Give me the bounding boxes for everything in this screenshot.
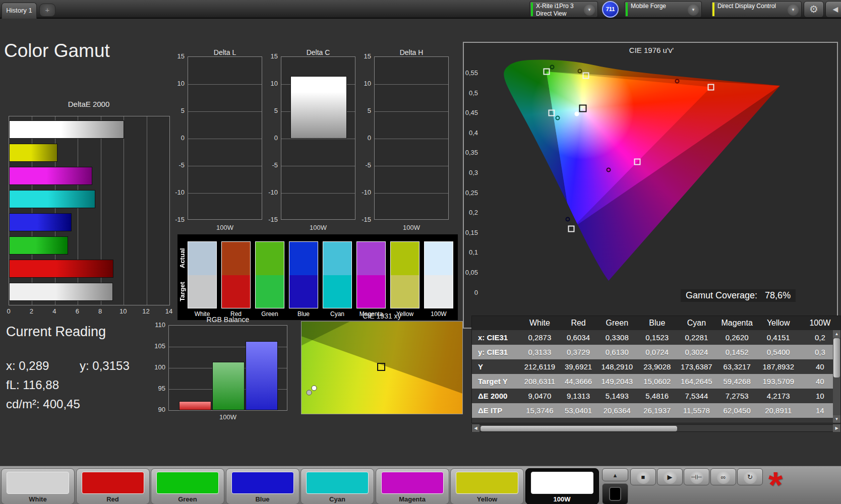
table-header: WhiteRedGreenBlueCyanMagentaYellow100W (472, 316, 840, 330)
deltae-x-tick: 6 (72, 307, 82, 315)
step-icon: ⊣⊢ (690, 471, 703, 484)
table-cell: 20,8911 (757, 403, 800, 418)
reading-cdm2: cd/m²: 400,45 (6, 397, 80, 411)
pattern-button-100w[interactable]: 100W (525, 468, 599, 504)
pattern-button-yellow[interactable]: Yellow (450, 468, 524, 504)
pattern-window-button[interactable] (602, 483, 628, 504)
cie-1931-title: CIE 1931 xy (301, 312, 463, 320)
delta-y-tick: 15 (353, 52, 371, 60)
horizontal-scroll-thumb[interactable] (480, 426, 677, 431)
settings-button[interactable]: ⚙ (804, 1, 824, 18)
scroll-down-icon[interactable]: ▼ (833, 415, 840, 423)
pattern-button-red[interactable]: Red (76, 468, 150, 504)
pattern-button-magenta[interactable]: Magenta (376, 468, 449, 504)
target-swatch (289, 275, 318, 308)
table-column-header: 100W (800, 316, 840, 330)
rgb-balance-chart (168, 325, 287, 411)
measurement-table: WhiteRedGreenBlueCyanMagentaYellow100W x… (471, 316, 841, 423)
pattern-button-cyan[interactable]: Cyan (301, 468, 374, 504)
table-cell: 5,1493 (596, 389, 638, 403)
meter-count-badge: 711 (602, 1, 619, 18)
pattern-color-chip (156, 472, 219, 494)
delta-chart-delta-c (281, 56, 355, 220)
pattern-button-label: Yellow (451, 495, 523, 503)
pattern-button-blue[interactable]: Blue (226, 468, 299, 504)
delta-bar (290, 76, 347, 139)
display-control-dropdown[interactable]: Direct Display Control ▼ (711, 1, 802, 18)
scroll-right-icon[interactable]: ▶ (833, 424, 840, 432)
refresh-button[interactable]: ↻ (737, 468, 763, 485)
green-target (543, 68, 550, 75)
deltae-x-tick: 12 (141, 307, 151, 315)
gridline (375, 111, 448, 112)
deltae-chart (9, 116, 170, 305)
pattern-button-label: Green (151, 495, 224, 503)
target-swatch (391, 275, 419, 308)
chevron-down-icon[interactable]: ▼ (788, 5, 799, 16)
delta-y-tick: 5 (353, 107, 371, 114)
table-column-header: Red (561, 316, 596, 330)
actual-swatch (357, 242, 385, 275)
cie76-y-tick: 0 (464, 289, 478, 296)
pattern-options-button[interactable]: ▲ (602, 468, 628, 481)
table-cell: 15,0602 (638, 374, 676, 389)
scroll-left-icon[interactable]: ◀ (472, 424, 479, 432)
cie76-y-tick: 0,2 (464, 209, 478, 216)
chromaticity-horseshoe (480, 57, 837, 304)
source-dropdown[interactable]: Mobile Forge ▼ (624, 1, 702, 18)
gridline (375, 84, 448, 85)
add-tab-button[interactable]: + (39, 4, 55, 17)
collapse-panel-button[interactable]: ◀ (825, 1, 841, 18)
gridline (124, 116, 124, 305)
scroll-up-icon[interactable]: ▲ (833, 330, 840, 338)
delta-y-tick: -10 (353, 188, 371, 196)
table-cell: 23,9028 (638, 359, 676, 374)
table-row: y: CIE310,31330,37290,61300,07240,30240,… (472, 345, 840, 359)
gridline (188, 193, 262, 194)
table-vertical-scrollbar[interactable]: ▲ ▼ (833, 330, 840, 423)
white-target (377, 363, 385, 371)
table-cell: 26,1937 (638, 403, 676, 418)
table-cell: 164,2645 (676, 374, 716, 389)
chevron-down-icon[interactable]: ▼ (688, 5, 699, 16)
table-column-header: Cyan (676, 316, 716, 330)
rgb-y-tick: 110 (148, 321, 165, 329)
actual-swatch (289, 242, 318, 275)
tab-history-1[interactable]: History 1 (2, 3, 37, 19)
continuous-button[interactable]: ∞ (710, 468, 736, 485)
pattern-button-green[interactable]: Green (151, 468, 224, 504)
swatch-white (188, 241, 217, 308)
deltae-chart-title: DeltaE 2000 (0, 100, 177, 108)
green-measured (550, 65, 555, 70)
chevron-down-icon[interactable]: ▼ (584, 5, 595, 16)
calibration-asterisk-icon[interactable]: * (768, 460, 783, 504)
stop-button[interactable]: ■ (630, 468, 656, 485)
play-button[interactable]: ▶ (657, 468, 683, 485)
actual-swatch (391, 242, 419, 275)
vertical-scroll-thumb[interactable] (833, 338, 840, 377)
deltae-bar-magenta (9, 167, 92, 185)
display-control-name: Direct Display Control (717, 3, 776, 10)
table-body: x: CIE310,28730,60340,33080,15230,22810,… (472, 330, 840, 418)
meter-dropdown[interactable]: X-Rite i1Pro 3 Direct View ▼ (529, 1, 598, 18)
refresh-icon: ↻ (744, 471, 757, 484)
swatch-cyan (323, 241, 352, 308)
deltae-x-tick: 10 (118, 307, 128, 315)
pattern-button-label: White (2, 495, 74, 503)
meter-status-strip (531, 3, 533, 16)
delta-y-tick: -15 (353, 216, 371, 223)
table-cell: 0,1452 (717, 345, 757, 359)
meter-mode: Direct View (536, 10, 566, 17)
table-cell: 39,6921 (561, 359, 596, 374)
pattern-button-white[interactable]: White (1, 468, 75, 504)
step-button[interactable]: ⊣⊢ (684, 468, 709, 485)
magenta-target (634, 158, 641, 165)
delta-y-tick: 0 (260, 134, 278, 142)
rgb-bar-green (212, 362, 245, 410)
table-cell: 193,5709 (757, 374, 800, 389)
table-row: Y212,611939,6921148,291023,9028173,63876… (472, 359, 840, 374)
magenta-measured (606, 167, 611, 172)
table-horizontal-scrollbar[interactable]: ◀ ▶ (471, 424, 841, 432)
delta-y-tick: 0 (166, 134, 185, 142)
target-swatch (323, 275, 351, 308)
